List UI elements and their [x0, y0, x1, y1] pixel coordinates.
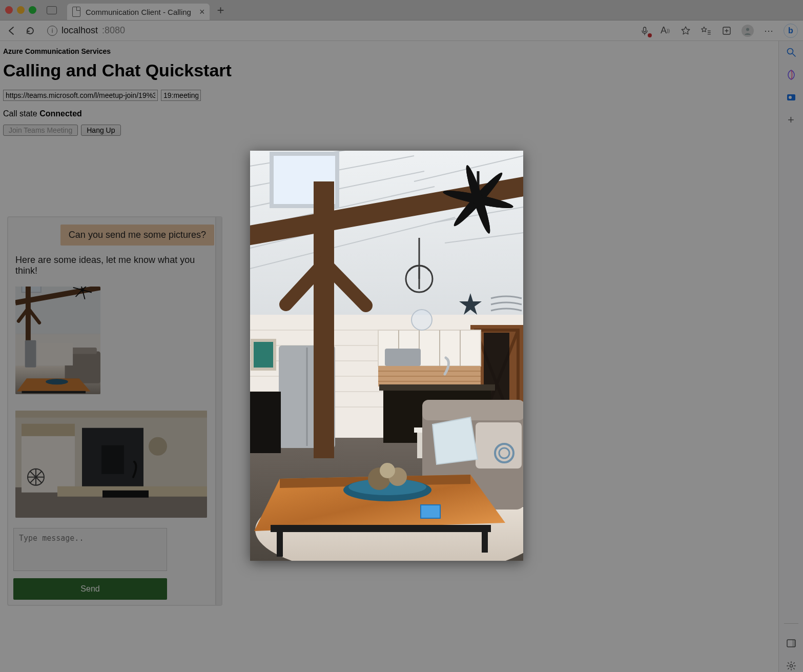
- svg-rect-104: [277, 531, 283, 557]
- svg-rect-103: [271, 525, 491, 532]
- svg-rect-105: [482, 526, 488, 553]
- svg-rect-77: [250, 392, 281, 453]
- svg-point-85: [411, 310, 432, 330]
- lightbox-overlay[interactable]: [0, 0, 803, 672]
- svg-rect-86: [314, 181, 334, 458]
- svg-rect-112: [421, 505, 440, 518]
- svg-rect-113: [252, 340, 275, 369]
- svg-rect-95: [422, 400, 523, 420]
- svg-marker-97: [433, 417, 478, 464]
- svg-rect-73: [379, 384, 495, 391]
- svg-point-110: [380, 463, 395, 478]
- svg-rect-74: [385, 349, 421, 366]
- svg-rect-79: [417, 433, 422, 458]
- lightbox-image[interactable]: [250, 151, 523, 561]
